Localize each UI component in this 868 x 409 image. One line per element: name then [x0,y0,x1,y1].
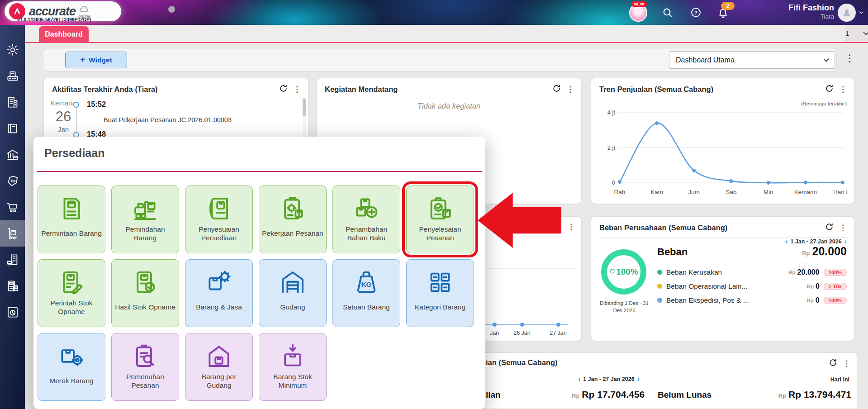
window-count: 1 [845,29,849,37]
svg-text:Sab: Sab [726,189,736,195]
tile-gudang[interactable]: Gudang [259,259,327,327]
toolbar-kebab-menu[interactable]: ⋮ [845,53,854,63]
document-pencil-icon [57,267,85,298]
comparison-caption: Dibanding 1 Des - 31 Des 2025 [594,300,655,314]
widget-kebab-menu[interactable]: ⋮ [567,223,575,231]
prev-period-button[interactable]: ‹ [578,376,580,383]
box-gear-badge-icon [57,342,85,370]
refresh-icon [825,84,834,93]
sidebar-item-buku-besar[interactable] [0,115,25,142]
kg-weight-icon: KG [352,267,380,298]
tile-label: Gudang [277,298,308,317]
expense-row[interactable]: Beban Operasional Lain...Rp0> 10x [657,279,847,293]
search-button[interactable] [662,7,673,20]
refresh-button[interactable] [825,223,834,233]
widget-kebab-menu[interactable]: ⋮ [839,224,847,232]
box-gear-icon [205,267,233,298]
sidebar-item-kasir[interactable] [0,63,25,89]
building-icon [6,95,19,109]
tile-pemindahan-barang[interactable]: Pemindahan Barang [111,185,179,253]
sidebar-item-pembelian[interactable] [0,194,25,220]
user-avatar[interactable] [838,4,856,22]
svg-text:Rab: Rab [614,189,626,195]
change-badge: 100% [824,269,847,276]
currency-prefix: Rp [802,250,810,257]
add-widget-label: Widget [89,56,112,64]
sidebar-item-pajak[interactable]: TAX [0,273,25,299]
refresh-icon [825,223,834,231]
mini-chart-point [493,323,497,327]
tile-satuan-barang[interactable]: KGSatuan Barang [332,259,400,327]
sidebar-item-settings[interactable] [0,37,25,63]
tile-barang-jasa[interactable]: Barang & Jasa [185,259,253,327]
tab-dashboard[interactable]: Dashboard [39,26,89,42]
persediaan-modal: Persediaan Permintaan BarangPemindahan B… [33,137,485,409]
clipboard-search-icon [131,341,159,371]
window-count-dropdown[interactable]: 1 [845,25,868,42]
sidebar-item-kas-bank[interactable] [0,142,25,168]
tile-label: Penambahan Bahan Baku [333,224,400,243]
dashboard-select[interactable]: Dashboard Utama [669,51,835,69]
add-widget-button[interactable]: + Widget [65,52,127,68]
tile-label: Hasil Stok Opname [112,298,178,317]
tile-penyelesaian-pesanan[interactable]: Penyelesaian Pesanan [406,185,474,253]
modal-tile-grid: Permintaan BarangPemindahan BarangPenyes… [38,185,474,401]
svg-text:Hari ini: Hari ini [833,189,848,195]
refresh-button[interactable] [825,84,834,95]
widget-kebab-menu[interactable]: ⋮ [843,360,850,367]
tile-permintaan-barang[interactable]: Permintaan Barang [38,185,105,253]
next-period-button[interactable]: › [637,376,640,383]
grid-boxes-icon [426,267,454,298]
tile-kategori-barang[interactable]: Kategori Barang [406,259,474,327]
legend-dot-icon [657,298,662,303]
scrollbar-thumb[interactable] [303,98,306,116]
tile-perintah-stok-opname[interactable]: Perintah Stok Opname [38,259,105,327]
tile-pekerjaan-pesanan[interactable]: Pekerjaan Pesanan [259,185,327,253]
widget-kebab-menu[interactable]: ⋮ [293,86,301,93]
document-check-icon [131,267,159,298]
refresh-icon [829,358,837,367]
expense-row[interactable]: Beban Ekspedisi, Pos & ...Rp0100% [657,293,847,307]
legend-dot-icon [657,270,662,275]
expense-row[interactable]: Beban KerusakanRp20.000100% [657,265,847,279]
sidebar-item-laporan[interactable] [0,299,25,325]
date-range: 1 Jan - 27 Jan 2026 [583,376,634,382]
date-range-nav: ‹ 1 Jan - 27 Jan 2026 › [785,238,847,245]
help-button[interactable]: ? [690,7,702,20]
sidebar-item-perusahaan[interactable] [0,89,25,115]
tile-label: Barang Stok Minimum [259,371,326,390]
prev-period-button[interactable]: ‹ [785,238,787,245]
tile-penambahan-bahan-baku[interactable]: Penambahan Bahan Baku [332,185,400,253]
tile-merek-barang[interactable]: Merek Barang [38,333,105,401]
app-screen: RpTAX accurate online v1.0.1#3605-587261… [0,0,868,409]
mini-chart-x-label: Jan [490,330,499,336]
notification-count-badge: 2 [721,2,735,10]
tile-barang-stok-minimum[interactable]: Barang Stok Minimum [259,333,327,401]
line-chart-svg: 4 jt2 jt0RabKamJumSabMinKemarinHari ini [595,104,848,199]
activity-text[interactable]: Buat Pekerjaan Pesanan JC.2026.01.00003 [104,116,232,124]
expense-value: 0 [816,282,820,290]
document-box-icon [57,193,85,224]
tile-hasil-stok-opname[interactable]: Hasil Stok Opname [111,259,179,327]
refresh-button[interactable] [829,358,837,369]
sidebar-item-aset[interactable] [0,247,25,273]
period-label: Hari ini [830,376,849,383]
tile-barang-per-gudang[interactable]: Barang per Gudang [185,333,253,401]
tile-penyesuaian-persediaan[interactable]: Penyesuaian Persediaan [185,185,253,253]
total-amount: Rp Rp 17.704.456 [572,389,645,400]
tile-pemenuhan-pesanan[interactable]: Pemenuhan Pesanan [111,333,179,401]
widget-title-visible: ian (Semua Cabang) [486,358,558,367]
sidebar-item-persediaan[interactable] [0,220,25,247]
sidebar-item-penjualan[interactable]: Rp [0,168,25,194]
widget-kebab-menu[interactable]: ⋮ [566,86,574,93]
user-block[interactable]: Fifi Fashion Tiara [788,3,834,20]
user-menu-chevron-icon[interactable] [858,10,864,18]
widget-kebab-menu[interactable]: ⋮ [839,86,847,93]
refresh-button[interactable] [552,84,561,95]
new-badge: NEW [631,1,647,7]
forklift-icon [131,193,159,224]
clipboard-check-icon [426,193,454,224]
refresh-button[interactable] [279,84,288,95]
next-period-button[interactable]: › [844,238,847,245]
currency-prefix: Rp [788,270,795,275]
